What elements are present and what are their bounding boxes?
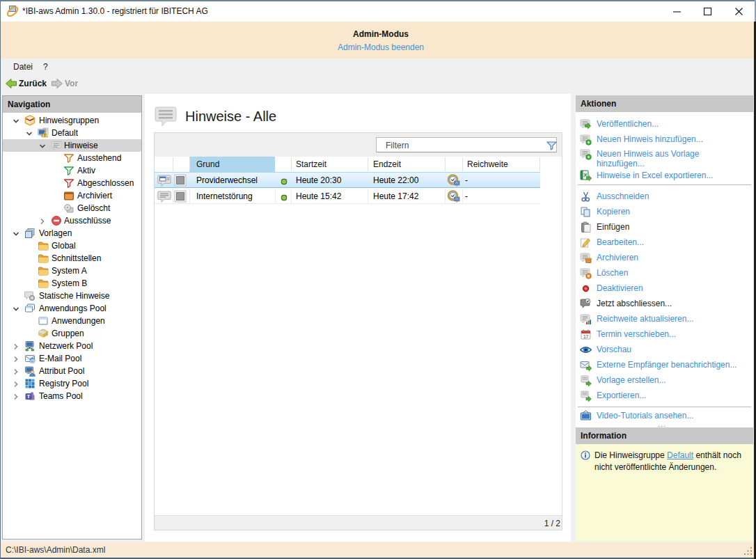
svg-text:@: @ bbox=[30, 358, 36, 364]
svg-text:T: T bbox=[27, 393, 31, 400]
svg-text:17: 17 bbox=[583, 334, 589, 339]
